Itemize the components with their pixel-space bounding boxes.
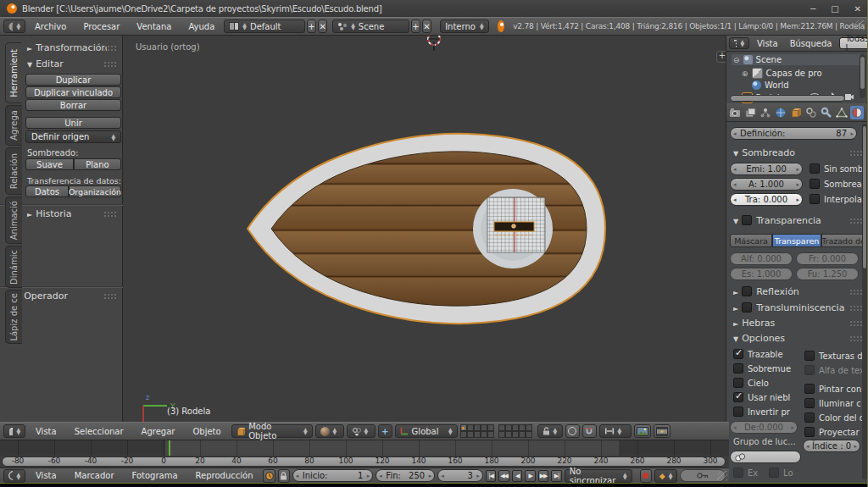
layer-cell[interactable]	[498, 431, 505, 438]
panel-strand-header[interactable]: ►Hebras	[733, 318, 775, 329]
jump-to-start-button[interactable]: |◀	[486, 470, 497, 482]
opengl-render-animation-button[interactable]	[654, 424, 670, 438]
emit-slider[interactable]: ◂Emi: 1.00▸	[730, 163, 803, 175]
layer-cell[interactable]	[487, 431, 494, 438]
duplicate-button[interactable]: Duplicar	[25, 74, 121, 86]
shade-smooth-button[interactable]: Suave	[25, 158, 74, 170]
panel-grip[interactable]	[849, 218, 863, 224]
panel-grip[interactable]	[849, 335, 863, 342]
hardness-slider[interactable]: ◂Definición:87▸	[730, 127, 857, 140]
add-layout-button[interactable]: +	[307, 19, 316, 33]
sss-checkbox[interactable]	[742, 302, 752, 313]
view3d-menu-seleccionar[interactable]: Seleccionar	[67, 427, 131, 436]
tab-relations[interactable]: Relación	[5, 147, 22, 195]
next-keyframe-button[interactable]: ▶▶	[538, 470, 549, 482]
cast-projected-checkbox[interactable]: Proyectar	[804, 427, 860, 437]
timeline-menu-reproduccion[interactable]: Reproducción	[188, 471, 261, 480]
layer-cell[interactable]	[512, 424, 519, 431]
mode-dropdown[interactable]: Modo Objeto	[231, 424, 313, 438]
add-scene-button[interactable]: +	[411, 19, 420, 33]
outliner-item-world[interactable]: World	[752, 80, 789, 90]
panel-grip[interactable]	[849, 150, 863, 157]
tab-render-layers[interactable]	[743, 106, 757, 119]
panel-grip[interactable]	[103, 211, 117, 218]
panel-sss-header[interactable]: ►Transluminiscencia	[733, 302, 844, 313]
organization-button[interactable]: Organización	[69, 185, 121, 197]
panel-edit-header[interactable]: ▼Editar	[27, 58, 64, 69]
pivot-point-dropdown[interactable]	[347, 424, 376, 438]
outliner-hscroll-thumb[interactable]	[730, 95, 845, 102]
scene-selector[interactable]: Scene	[332, 19, 409, 33]
layer-cell[interactable]	[474, 431, 481, 438]
textures-alpha-checkbox[interactable]: Alfa de tex	[804, 365, 865, 375]
prev-keyframe-button[interactable]: ◀◀	[498, 470, 509, 482]
pass-index-slider[interactable]: ◂Índice : 0▸	[803, 440, 860, 452]
outliner-menu-vista[interactable]: Vista	[753, 39, 782, 48]
preview-range-button[interactable]	[263, 469, 275, 483]
minimize-button[interactable]: ─	[810, 4, 815, 14]
ambient-slider[interactable]: ◂A: 1.000▸	[730, 178, 803, 191]
viewport-3d[interactable]: Usuario (ortog)	[123, 36, 726, 422]
transform-orientation-dropdown[interactable]: Global	[395, 424, 458, 438]
layer-cell[interactable]	[505, 431, 512, 438]
auto-keyframe-button[interactable]	[640, 469, 652, 483]
tab-grease-pencil[interactable]: Lápiz de ce	[5, 290, 22, 344]
play-reverse-button[interactable]: ◀	[512, 470, 523, 482]
collapse-icon[interactable]: ⊖	[733, 56, 740, 64]
mode-mask[interactable]: Máscara	[730, 234, 772, 247]
manipulator-toggle-button[interactable]: +	[378, 424, 392, 438]
set-origin-dropdown[interactable]: Definir origen	[25, 130, 121, 143]
tab-world[interactable]	[774, 106, 787, 119]
shadow-checkbox[interactable]: Sombread	[810, 179, 867, 189]
use-mist-checkbox[interactable]: Usar niebl	[733, 392, 790, 402]
close-layout-button[interactable]: ✕	[318, 19, 327, 33]
tab-tools[interactable]: Herramient	[5, 42, 22, 103]
panel-grip[interactable]	[849, 305, 863, 312]
layers-widget-left[interactable]	[460, 424, 494, 438]
timeline-menu-vista[interactable]: Vista	[28, 471, 64, 480]
snap-element-dropdown[interactable]	[599, 424, 632, 438]
object-color-light-checkbox[interactable]: Iluminar c	[804, 398, 861, 408]
layer-cell[interactable]	[512, 431, 519, 438]
mode-raytrace[interactable]: Trazado de	[821, 234, 865, 247]
panel-operator-header[interactable]: ▼Operador	[15, 291, 68, 302]
layers-widget-right[interactable]	[498, 424, 532, 438]
panel-shading-header[interactable]: ▼Sombreado	[733, 147, 795, 158]
join-button[interactable]: Unir	[25, 117, 121, 129]
panel-transparency-header[interactable]: ▼Transparencia	[733, 215, 821, 226]
layer-cell[interactable]	[467, 431, 474, 438]
layer-cell[interactable]	[519, 431, 526, 438]
tab-object[interactable]	[789, 106, 803, 119]
tab-material[interactable]	[850, 106, 864, 119]
frame-start-field[interactable]: ◂Inicio:1▸	[292, 469, 374, 482]
close-button[interactable]: ✕	[854, 4, 861, 14]
tab-animation[interactable]: Animació	[5, 196, 22, 244]
panel-grip[interactable]	[849, 289, 863, 296]
sync-mode-dropdown[interactable]: No sincronizar	[565, 469, 632, 483]
opengl-render-image-button[interactable]	[634, 424, 651, 438]
properties-vscroll-track[interactable]	[862, 124, 867, 479]
editor-type-outliner-button[interactable]	[729, 37, 749, 49]
traceable-checkbox[interactable]: Trazable	[733, 349, 783, 359]
close-scene-button[interactable]: ✕	[422, 19, 431, 33]
shade-flat-button[interactable]: Plano	[74, 158, 121, 170]
editor-type-timeline-button[interactable]	[3, 469, 25, 483]
local-checkbox[interactable]: Lo	[769, 468, 793, 478]
layer-cell[interactable]	[474, 424, 481, 431]
screen-layout-selector[interactable]: Default	[224, 19, 304, 33]
layer-cell[interactable]	[481, 431, 487, 438]
panel-history-header[interactable]: ►Historia	[27, 208, 72, 219]
panel-mirror-header[interactable]: ►Reflexión	[733, 286, 799, 297]
layer-cell[interactable]	[481, 424, 487, 431]
fresnel-slider[interactable]: Fr: 0.000	[796, 252, 859, 265]
panel-transform-header[interactable]: ►Transformación	[27, 42, 107, 53]
blend-slider[interactable]: Fu: 1.250	[796, 268, 859, 280]
object-color-checkbox[interactable]: Color del o	[804, 412, 865, 423]
outliner-vscroll-thumb[interactable]	[860, 56, 865, 90]
tab-constraints[interactable]	[804, 106, 818, 119]
tab-create[interactable]: Agrega	[5, 105, 22, 146]
panel-grip[interactable]	[103, 61, 117, 68]
view3d-menu-objeto[interactable]: Objeto	[185, 427, 228, 436]
data-button[interactable]: Datos	[25, 185, 69, 197]
current-frame-field[interactable]: ◂3▸	[437, 469, 483, 482]
